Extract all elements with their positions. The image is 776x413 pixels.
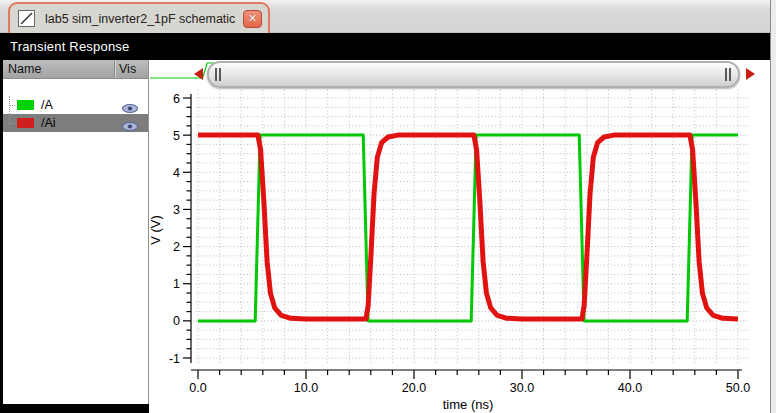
navigator-left-grip[interactable] bbox=[215, 68, 222, 81]
signal-name: /A bbox=[41, 98, 53, 112]
y-tick-label: 3 bbox=[173, 203, 180, 217]
signal-row-A[interactable]: /A bbox=[3, 96, 148, 114]
signal-color-swatch bbox=[17, 100, 34, 110]
panel-bottom-bar bbox=[0, 404, 149, 413]
y-tick-label: -1 bbox=[169, 352, 180, 366]
tab-strip: lab5 sim_inverter2_1pF schematic ✕ bbox=[0, 0, 770, 33]
tree-branch-icon bbox=[3, 96, 17, 114]
x-tick-label: 0.0 bbox=[189, 381, 206, 395]
schematic-icon bbox=[18, 10, 35, 27]
signal-color-swatch bbox=[17, 118, 34, 128]
y-tick-label: 5 bbox=[173, 129, 180, 143]
tab-sim-inverter-schematic[interactable]: lab5 sim_inverter2_1pF schematic ✕ bbox=[8, 2, 270, 33]
column-header-vis: Vis bbox=[114, 60, 148, 78]
tab-close-icon[interactable]: ✕ bbox=[243, 10, 262, 28]
x-tick-label: 40.0 bbox=[618, 381, 642, 395]
visibility-eye-icon[interactable] bbox=[121, 118, 139, 129]
tab-title: lab5 sim_inverter2_1pF schematic bbox=[45, 12, 243, 26]
x-tick-label: 20.0 bbox=[402, 381, 426, 395]
window-right-margin bbox=[771, 0, 776, 413]
plot-region: 6543210-10.010.020.030.040.050.0time (ns… bbox=[150, 60, 770, 413]
window-left-border bbox=[0, 33, 3, 413]
navigator-mini-waveform bbox=[225, 65, 722, 86]
plot-titlebar: Transient Response bbox=[0, 33, 770, 60]
signal-row-Ai[interactable]: /Ai bbox=[3, 114, 148, 132]
plot-title: Transient Response bbox=[0, 39, 129, 54]
y-tick-label: 0 bbox=[173, 314, 180, 328]
signal-list-header: Name Vis bbox=[3, 60, 148, 79]
x-tick-label: 30.0 bbox=[510, 381, 534, 395]
navigator-scroll-left-icon[interactable] bbox=[194, 68, 203, 80]
x-tick-label: 50.0 bbox=[726, 381, 750, 395]
waveform-plot: 6543210-10.010.020.030.040.050.0time (ns… bbox=[150, 60, 770, 413]
waveform-viewer-window: lab5 sim_inverter2_1pF schematic ✕ Trans… bbox=[0, 0, 776, 413]
tree-branch-icon bbox=[3, 114, 17, 132]
grid bbox=[196, 90, 748, 365]
y-tick-label: 4 bbox=[173, 166, 180, 180]
signal-list-panel: Name Vis /A/Ai bbox=[3, 60, 149, 404]
column-header-name: Name bbox=[3, 60, 114, 78]
navigator-slider[interactable] bbox=[207, 61, 740, 88]
x-axis-label: time (ns) bbox=[443, 397, 494, 412]
x-tick-label: 10.0 bbox=[294, 381, 318, 395]
y-axis-label: V (V) bbox=[150, 215, 163, 245]
y-tick-label: 2 bbox=[173, 240, 180, 254]
visibility-eye-icon[interactable] bbox=[121, 100, 139, 111]
signal-row-list: /A/Ai bbox=[3, 96, 148, 132]
y-tick-label: 1 bbox=[173, 277, 180, 291]
navigator-right-grip[interactable] bbox=[725, 68, 732, 81]
signal-name: /Ai bbox=[41, 116, 56, 130]
navigator-scroll-right-icon[interactable] bbox=[746, 68, 755, 80]
y-tick-label: 6 bbox=[173, 92, 180, 106]
